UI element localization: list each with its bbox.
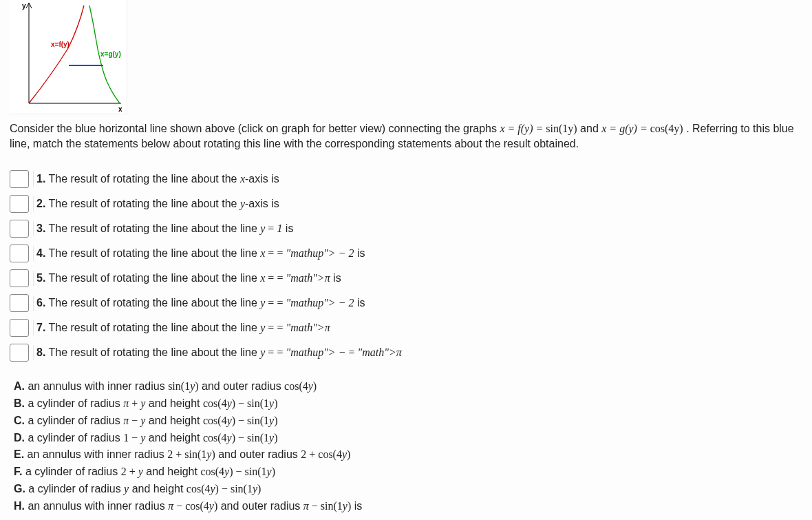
answer-label: E. [14, 448, 24, 460]
answer-math-2: cos(4y) − sin(1y) [186, 483, 261, 495]
x-axis-label: x [118, 105, 122, 113]
answer-math-2: cos(4y) [284, 380, 317, 392]
question-row: 3. The result of rotating the line about… [10, 220, 802, 238]
answer-math-2: cos(4y) − sin(1y) [200, 466, 275, 477]
answer-math-1: π − y [123, 415, 145, 426]
answer-label: D. [14, 432, 25, 444]
answer-input-7[interactable] [10, 319, 29, 337]
curve-f-label: x=f(y) [51, 41, 70, 48]
question-math: x = = "math">π [260, 272, 330, 284]
answer-math-1: π − cos(4y) [168, 500, 217, 512]
answer-math-2: π − sin(1y) [303, 500, 351, 512]
answer-pre: an annulus with inner radius [25, 380, 168, 392]
question-post: -axis is [245, 173, 279, 185]
question-text: 7. The result of rotating the line about… [33, 320, 330, 335]
answer-row: D. a cylinder of radius 1 − y and height… [14, 430, 802, 447]
graph-figure[interactable]: y x x=f(y) x=g(y) [10, 0, 127, 114]
intro-b: and [580, 123, 601, 134]
question-row: 8. The result of rotating the line about… [10, 344, 802, 362]
question-math: x [240, 173, 245, 185]
question-math: y = = "math">π [260, 322, 330, 333]
question-text: 1. The result of rotating the line about… [33, 171, 279, 187]
question-pre: The result of rotating the line about th… [45, 247, 260, 259]
answer-row: B. a cylinder of radius π + y and height… [14, 395, 802, 413]
question-number: 2. [36, 198, 45, 209]
question-pre: The result of rotating the line about th… [45, 272, 260, 284]
question-row: 4. The result of rotating the line about… [10, 245, 802, 262]
question-row: 5. The result of rotating the line about… [10, 269, 802, 287]
intro-eq2: x = g(y) = cos(4y) [601, 123, 683, 134]
answer-pre: a cylinder of radius [25, 432, 123, 444]
question-text: 3. The result of rotating the line about… [33, 221, 293, 236]
answer-row: E. an annulus with inner radius 2 + sin(… [14, 446, 802, 464]
answer-math-2: 2 + cos(4y) [301, 448, 350, 460]
question-number: 5. [36, 272, 45, 284]
question-post: is [354, 247, 365, 259]
answer-input-3[interactable] [10, 220, 29, 238]
answer-list: A. an annulus with inner radius sin(1y) … [0, 373, 812, 514]
question-post: is [330, 272, 341, 284]
answer-mid: and outer radius [217, 500, 303, 512]
answer-mid: and outer radius [215, 448, 301, 460]
question-row: 1. The result of rotating the line about… [10, 170, 802, 188]
question-post: is [282, 222, 293, 234]
answer-row: G. a cylinder of radius y and height cos… [14, 481, 802, 498]
answer-row: F. a cylinder of radius 2 + y and height… [14, 464, 802, 481]
answer-mid: and height [143, 466, 201, 477]
question-post: is [354, 297, 365, 309]
question-pre: The result of rotating the line about th… [45, 173, 240, 185]
answer-pre: an annulus with inner radius [24, 448, 167, 460]
question-text: 2. The result of rotating the line about… [33, 196, 279, 211]
question-number: 8. [36, 346, 45, 358]
question-pre: The result of rotating the line about th… [45, 222, 260, 234]
answer-input-8[interactable] [10, 344, 29, 362]
answer-math-1: π + y [123, 397, 145, 409]
answer-mid: and height [145, 415, 203, 426]
question-post: -axis is [245, 198, 279, 209]
answer-input-4[interactable] [10, 245, 29, 262]
answer-math-2: cos(4y) − sin(1y) [203, 415, 278, 426]
question-list: 1. The result of rotating the line about… [0, 158, 812, 373]
question-number: 6. [36, 297, 45, 309]
question-number: 4. [36, 247, 45, 259]
question-number: 3. [36, 222, 45, 234]
answer-math-2: cos(4y) − sin(1y) [203, 397, 278, 409]
question-math: y = = "mathup"> − = "math">π [260, 346, 401, 358]
answer-pre: a cylinder of radius [25, 483, 124, 495]
answer-label: B. [14, 397, 25, 409]
answer-pre: a cylinder of radius [25, 397, 123, 409]
answer-row: C. a cylinder of radius π − y and height… [14, 413, 802, 430]
graph-svg: y x x=f(y) x=g(y) [10, 0, 127, 114]
answer-input-2[interactable] [10, 195, 29, 213]
question-row: 2. The result of rotating the line about… [10, 195, 802, 213]
answer-label: F. [14, 466, 22, 477]
question-text: 8. The result of rotating the line about… [33, 345, 402, 360]
answer-math-1: 1 − y [123, 432, 145, 444]
answer-label: G. [14, 483, 25, 495]
question-math: y [240, 198, 245, 209]
intro-eq1: x = f(y) = sin(1y) [500, 123, 577, 134]
intro-a: Consider the blue horizontal line shown … [10, 123, 500, 134]
question-row: 7. The result of rotating the line about… [10, 319, 802, 337]
answer-pre: a cylinder of radius [25, 415, 123, 426]
question-pre: The result of rotating the line about th… [45, 322, 260, 333]
answer-input-6[interactable] [10, 294, 29, 312]
answer-math-1: 2 + sin(1y) [167, 448, 215, 460]
question-math: y = 1 [260, 222, 282, 234]
answer-label: C. [14, 415, 25, 426]
question-text: 4. The result of rotating the line about… [33, 246, 365, 261]
question-text: 6. The result of rotating the line about… [33, 295, 365, 311]
answer-pre: a cylinder of radius [22, 466, 120, 477]
answer-row: A. an annulus with inner radius sin(1y) … [14, 378, 802, 395]
question-pre: The result of rotating the line about th… [45, 346, 260, 358]
answer-pre: an annulus with inner radius [25, 500, 168, 512]
question-number: 1. [36, 173, 45, 185]
answer-input-5[interactable] [10, 269, 29, 287]
answer-label: H. [14, 500, 25, 512]
answer-mid: and outer radius [199, 380, 285, 392]
curve-g-label: x=g(y) [100, 50, 121, 58]
answer-input-1[interactable] [10, 170, 29, 188]
curve-f [29, 6, 84, 103]
question-row: 6. The result of rotating the line about… [10, 294, 802, 312]
question-pre: The result of rotating the line about th… [45, 297, 260, 309]
